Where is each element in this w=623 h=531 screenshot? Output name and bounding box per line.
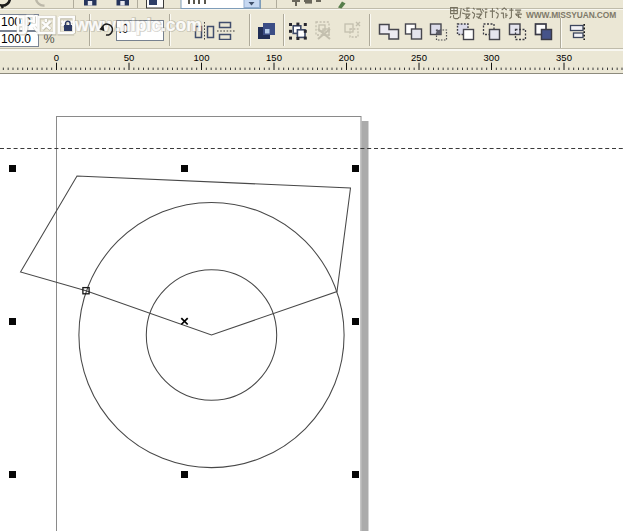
svg-text:www.nipic.com: www.nipic.com bbox=[74, 15, 202, 35]
svg-text:0: 0 bbox=[54, 52, 59, 63]
svg-text:350: 350 bbox=[556, 52, 572, 63]
svg-text:WWW.MISSYUAN.COM: WWW.MISSYUAN.COM bbox=[526, 10, 616, 20]
svg-text:150: 150 bbox=[266, 52, 282, 63]
svg-text:200: 200 bbox=[339, 52, 355, 63]
svg-text:250: 250 bbox=[411, 52, 427, 63]
svg-text:100: 100 bbox=[194, 52, 210, 63]
svg-text:300: 300 bbox=[484, 52, 500, 63]
svg-text:50: 50 bbox=[124, 52, 135, 63]
